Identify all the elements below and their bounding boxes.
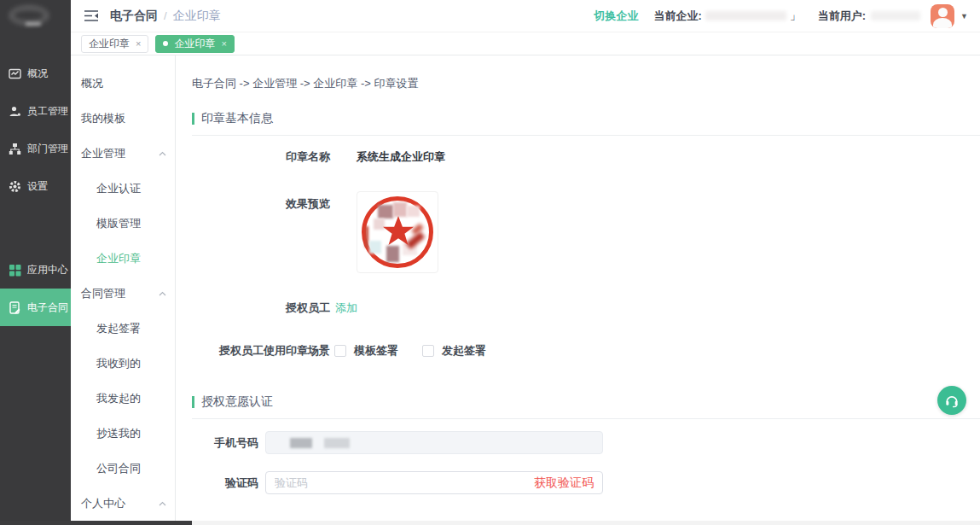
- sidebar-item-my-templates[interactable]: 我的模板: [71, 101, 175, 136]
- seal-scene-label: 授权员工使用印章场景: [192, 343, 330, 359]
- sidebar-item-overview[interactable]: 概况: [71, 66, 175, 101]
- chevron-up-icon: [159, 501, 166, 506]
- rail-item-app-center[interactable]: 应用中心: [0, 251, 71, 289]
- rail-item-departments[interactable]: 部门管理: [0, 130, 71, 167]
- seal-name-row: 印章名称 系统生成企业印章: [192, 149, 980, 165]
- sidebar-item-template-mgmt[interactable]: 模版管理: [71, 206, 175, 241]
- avatar[interactable]: [931, 4, 954, 28]
- seal-name-label: 印章名称: [192, 149, 330, 165]
- chevron-up-icon: [159, 151, 166, 156]
- tab-enterprise-seal-active[interactable]: 企业印章 ×: [155, 35, 234, 53]
- horizontal-scrollbar[interactable]: [0, 521, 980, 525]
- rail-item-overview[interactable]: 概况: [0, 55, 71, 92]
- app-logo: [0, 0, 71, 32]
- authorized-staff-row: 授权员工 添加: [192, 300, 980, 316]
- sidebar-item-label: 公司合同: [96, 461, 141, 476]
- add-staff-link[interactable]: 添加: [335, 300, 357, 316]
- primary-sidebar: 概况 员工管理 部门管理 设置: [0, 0, 71, 525]
- checkbox-initiate-sign[interactable]: [422, 345, 434, 357]
- settings-icon: [9, 180, 21, 193]
- breadcrumb: 电子合同 -> 企业管理 -> 企业印章 -> 印章设置: [192, 76, 980, 91]
- rail-item-label: 概况: [27, 67, 48, 81]
- sidebar-item-initiate-sign[interactable]: 发起签署: [71, 311, 175, 346]
- avatar-person-icon: [938, 8, 948, 17]
- body-row: 概况 我的模板 企业管理 企业认证 模版管理 企业印章: [71, 55, 980, 525]
- checkbox-template-sign[interactable]: [334, 345, 346, 357]
- user-name-redacted: [871, 11, 920, 20]
- scrollbar-thumb[interactable]: [0, 521, 192, 525]
- avatar-person-icon: [933, 18, 952, 28]
- current-user-label: 当前用户:: [818, 9, 866, 24]
- sidebar-group-contract-mgmt[interactable]: 合同管理: [71, 276, 175, 311]
- sidebar-item-label: 我收到的: [96, 356, 141, 371]
- phone-redacted: [290, 438, 312, 448]
- apps-icon: [9, 264, 21, 277]
- help-button[interactable]: [937, 386, 966, 415]
- sidebar-item-label: 企业管理: [81, 146, 125, 161]
- logo-redacted: [10, 7, 48, 24]
- menu-fold-icon[interactable]: [84, 9, 99, 22]
- seal-name-value: 系统生成企业印章: [357, 149, 445, 165]
- seal-scene-row: 授权员工使用印章场景 模板签署 发起签署: [192, 343, 980, 359]
- scene-option-initiate-sign[interactable]: 发起签署: [422, 343, 486, 359]
- main-content: 电子合同 -> 企业管理 -> 企业印章 -> 印章设置 印章基本信息 印章名称…: [176, 55, 980, 525]
- checkbox-label: 模板签署: [354, 343, 398, 359]
- sidebar-group-personal-center[interactable]: 个人中心: [71, 486, 175, 521]
- sidebar-item-company-contracts[interactable]: 公司合同: [71, 451, 175, 486]
- sidebar-item-initiated[interactable]: 我发起的: [71, 381, 175, 416]
- authorized-staff-label: 授权员工: [192, 300, 330, 316]
- phone-input[interactable]: [265, 431, 603, 454]
- app-window: 概况 员工管理 部门管理 设置: [0, 0, 980, 525]
- verification-code-row: 验证码 获取验证码: [192, 471, 980, 494]
- switch-company-link[interactable]: 切换企业: [594, 9, 638, 24]
- sidebar-item-cc-me[interactable]: 抄送我的: [71, 416, 175, 451]
- company-name-suffix: 」: [790, 9, 801, 24]
- tab-label: 企业印章: [174, 37, 215, 51]
- get-code-button[interactable]: 获取验证码: [534, 475, 594, 491]
- phone-label: 手机号码: [192, 435, 258, 451]
- sidebar-item-label: 个人中心: [81, 496, 125, 511]
- sidebar-item-label: 企业认证: [96, 181, 141, 196]
- rail-item-label: 员工管理: [27, 104, 68, 119]
- rail-item-e-contract[interactable]: 电子合同: [0, 289, 71, 326]
- logo-redacted: [26, 22, 41, 26]
- contract-icon: [9, 301, 21, 314]
- seal-preview-label: 效果预览: [192, 191, 330, 212]
- seal-preview-row: 效果预览: [192, 191, 980, 273]
- section-title-authorization-intent: 授权意愿认证: [192, 394, 980, 410]
- rail-item-settings[interactable]: 设置: [0, 167, 71, 205]
- sidebar-item-label: 企业印章: [96, 251, 141, 266]
- active-tab-dot: [163, 41, 168, 46]
- tab-label: 企业印章: [89, 37, 130, 51]
- divider: [192, 135, 980, 136]
- header-page-title: 企业印章: [173, 9, 221, 24]
- tab-enterprise-seal[interactable]: 企业印章 ×: [81, 35, 148, 53]
- sidebar-item-enterprise-auth[interactable]: 企业认证: [71, 171, 175, 206]
- rail-item-employees[interactable]: 员工管理: [0, 92, 71, 130]
- headset-icon: [943, 392, 960, 409]
- tab-close-icon[interactable]: ×: [136, 38, 141, 49]
- user-menu-caret-icon[interactable]: ▼: [960, 12, 968, 20]
- secondary-sidebar: 概况 我的模板 企业管理 企业认证 模版管理 企业印章: [71, 55, 176, 525]
- code-input[interactable]: [275, 476, 534, 489]
- sidebar-item-received[interactable]: 我收到的: [71, 346, 175, 381]
- scene-option-template-sign[interactable]: 模板签署: [334, 343, 398, 359]
- departments-icon: [9, 143, 21, 155]
- app-title: 电子合同: [110, 9, 158, 24]
- sidebar-group-enterprise-mgmt[interactable]: 企业管理: [71, 136, 175, 171]
- sidebar-item-label: 模版管理: [96, 216, 141, 231]
- sidebar-item-label: 概况: [81, 76, 103, 91]
- rail-item-label: 部门管理: [27, 142, 68, 156]
- company-name-redacted: [705, 11, 786, 20]
- rail-item-label: 电子合同: [27, 300, 68, 315]
- phone-redacted: [324, 438, 350, 448]
- tab-bar: 企业印章 × 企业印章 ×: [71, 32, 980, 55]
- main-column: 电子合同 / 企业印章 切换企业 当前企业: 」 当前用户: ▼ 企业印章 ×: [71, 0, 980, 525]
- top-header: 电子合同 / 企业印章 切换企业 当前企业: 」 当前用户: ▼: [71, 0, 980, 32]
- sidebar-item-enterprise-seal[interactable]: 企业印章: [71, 241, 175, 276]
- rail-item-label: 设置: [27, 179, 48, 194]
- sidebar-item-label: 合同管理: [81, 286, 125, 301]
- breadcrumb-separator: /: [164, 9, 167, 22]
- sidebar-item-label: 发起签署: [96, 321, 141, 336]
- tab-close-icon[interactable]: ×: [221, 38, 226, 49]
